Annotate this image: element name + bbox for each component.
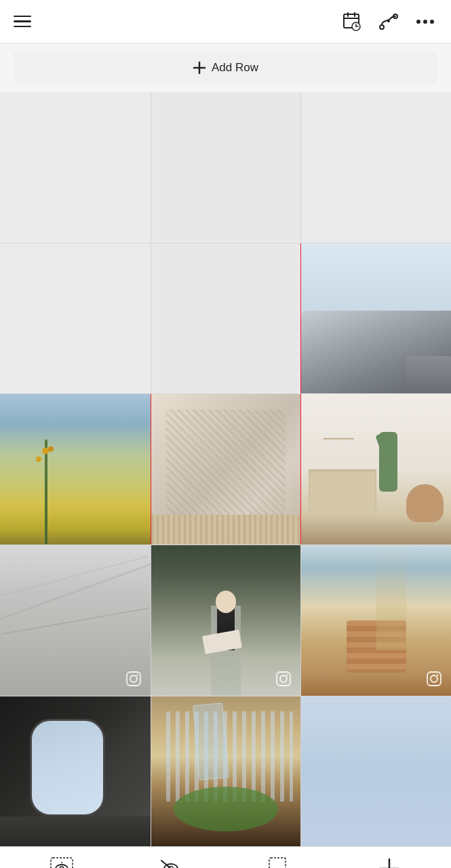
hamburger-menu-button[interactable] xyxy=(14,16,31,28)
color-map-icon xyxy=(50,856,74,868)
grid-cell[interactable] xyxy=(151,243,301,394)
instagram-icon xyxy=(123,669,144,689)
add-button[interactable]: Add xyxy=(366,856,413,868)
color-map-button[interactable]: Color Map xyxy=(38,856,85,868)
grid-cell[interactable] xyxy=(151,92,301,243)
svg-rect-21 xyxy=(427,672,441,686)
svg-point-23 xyxy=(437,674,438,675)
route-icon[interactable] xyxy=(376,9,401,34)
grid-cell-blanket[interactable] xyxy=(151,394,301,545)
grid-cell-person-road[interactable] xyxy=(151,545,301,696)
svg-rect-18 xyxy=(277,672,290,686)
svg-point-10 xyxy=(416,20,420,24)
svg-rect-31 xyxy=(269,858,286,868)
grid-cell[interactable] xyxy=(0,243,151,394)
hide-icon xyxy=(159,856,183,868)
shift-icon xyxy=(268,856,292,868)
photo-grid xyxy=(0,92,451,846)
grid-row xyxy=(0,92,451,243)
add-row-button[interactable]: Add Row xyxy=(14,52,437,84)
grid-row xyxy=(0,393,451,545)
schedule-icon[interactable] xyxy=(340,9,364,34)
svg-point-9 xyxy=(387,20,390,22)
grid-cell-fog[interactable] xyxy=(0,545,151,696)
plus-icon xyxy=(193,61,206,75)
svg-point-20 xyxy=(287,674,288,675)
svg-point-17 xyxy=(136,674,138,675)
more-options-icon[interactable] xyxy=(413,9,437,34)
grid-row xyxy=(0,696,451,847)
grid-cell-pancakes[interactable] xyxy=(300,545,451,696)
grid-cell-table-setting[interactable] xyxy=(151,696,301,847)
add-row-section: Add Row xyxy=(0,43,451,92)
grid-cell-light-blue[interactable] xyxy=(300,696,451,847)
bottom-toolbar: Color Map Hide Shift xyxy=(0,846,451,868)
add-icon xyxy=(377,856,401,868)
svg-point-22 xyxy=(431,675,437,682)
grid-row xyxy=(0,243,451,394)
add-row-label: Add Row xyxy=(212,61,258,75)
instagram-icon xyxy=(424,669,444,689)
hide-button[interactable]: Hide xyxy=(147,856,195,868)
grid-cell-cactus[interactable] xyxy=(300,394,451,545)
svg-point-16 xyxy=(130,675,137,682)
svg-point-12 xyxy=(430,20,434,24)
grid-cell-airplane[interactable] xyxy=(300,243,451,394)
svg-point-19 xyxy=(280,675,287,682)
grid-cell-flowers[interactable] xyxy=(0,394,151,545)
grid-cell-airplane-window[interactable] xyxy=(0,696,151,847)
app-header xyxy=(0,0,451,43)
instagram-icon xyxy=(273,669,294,689)
grid-cell[interactable] xyxy=(300,92,451,243)
shift-button[interactable]: Shift xyxy=(256,856,304,868)
grid-row xyxy=(0,545,451,696)
svg-rect-15 xyxy=(127,672,140,686)
svg-point-11 xyxy=(423,20,427,24)
grid-cell[interactable] xyxy=(0,92,151,243)
